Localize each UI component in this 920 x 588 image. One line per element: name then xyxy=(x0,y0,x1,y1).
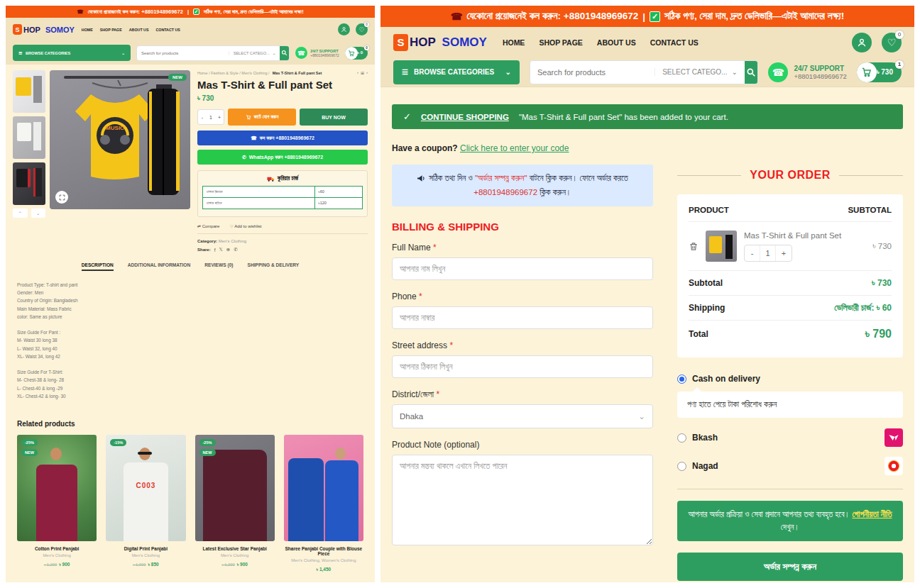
nagad-radio[interactable] xyxy=(677,462,686,471)
wishlist-icon[interactable]: ♡ 0 xyxy=(882,33,902,52)
street-address-field[interactable] xyxy=(392,355,653,378)
grid-icon[interactable]: ⊞ xyxy=(361,70,364,75)
related-product-card[interactable]: C003 -15% Digital Print Panjabi Men's Cl… xyxy=(106,435,185,572)
related-product-card[interactable]: -25% NEW Latest Exclusive Star Panjabi M… xyxy=(195,435,275,572)
screenshot-canvas: ☎ যেকোনো প্রয়োজনেই কল করুন: +8801948969… xyxy=(0,0,920,588)
tab-reviews[interactable]: REVIEWS (0) xyxy=(204,262,233,271)
instruction-phone-link[interactable]: +8801948969672 xyxy=(473,188,537,196)
phone-field[interactable] xyxy=(392,306,653,329)
cod-radio[interactable] xyxy=(677,375,686,384)
next-product-icon[interactable]: › xyxy=(366,70,368,75)
brand-part1: HOP xyxy=(23,26,40,34)
thumb-down-button[interactable]: ⌄ xyxy=(31,209,46,218)
x-icon[interactable]: 𝕏 xyxy=(219,247,223,253)
search-button[interactable] xyxy=(745,60,758,84)
site-header: SHOP SOMOY HOME SHOP PAGE ABOUT US CONTA… xyxy=(6,18,375,41)
related-product-image[interactable] xyxy=(284,435,363,541)
category-value[interactable]: Men's Clothing xyxy=(219,239,247,243)
related-product-name[interactable]: Digital Print Panjabi xyxy=(106,546,185,551)
order-item-price: ৳ 730 xyxy=(872,242,892,251)
category-select[interactable]: SELECT CATEGO...⌄ xyxy=(229,51,280,55)
related-product-image[interactable]: -25% NEW xyxy=(17,435,97,541)
related-product-image[interactable]: C003 -15% xyxy=(106,435,185,541)
shipping-label: Shipping xyxy=(689,303,725,313)
account-icon[interactable] xyxy=(338,23,350,35)
truck-icon xyxy=(267,176,275,182)
search-input[interactable] xyxy=(530,68,655,77)
order-item-row: Mas T-Shirt & Full pant Set - 1 + ৳ 730 xyxy=(689,222,892,271)
nav-home[interactable]: HOME xyxy=(503,38,525,47)
qty-plus-button[interactable]: + xyxy=(776,245,792,261)
district-select[interactable]: Dhaka ⌄ xyxy=(392,404,653,428)
payment-option-cod[interactable]: Cash on delivery xyxy=(677,369,903,389)
coupon-link[interactable]: Click here to enter your code xyxy=(460,143,569,153)
breadcrumb[interactable]: Home / Fashion & Style / Men's Clothing … xyxy=(197,71,270,75)
bkash-radio[interactable] xyxy=(677,433,686,443)
brand-logo[interactable]: SHOP SOMOY xyxy=(13,24,75,35)
nav-about-us[interactable]: ABOUT US xyxy=(129,28,149,32)
call-now-button[interactable]: ☎কল করুন +8801948969672 xyxy=(197,131,368,145)
search-button[interactable] xyxy=(280,45,289,61)
full-name-field[interactable] xyxy=(392,257,653,280)
tab-shipping-delivery[interactable]: SHIPPING & DELIVERY xyxy=(248,262,300,271)
prev-product-icon[interactable]: ‹ xyxy=(357,70,358,75)
continue-shopping-link[interactable]: CONTINUE SHOPPING xyxy=(421,113,509,121)
place-order-button[interactable]: অর্ডার সম্পন্ন করুন xyxy=(677,553,903,581)
add-to-cart-button[interactable]: কার্টে যোগ করুন xyxy=(228,109,296,126)
account-icon[interactable] xyxy=(852,33,872,52)
payment-option-bkash[interactable]: Bkash xyxy=(677,423,903,452)
buy-now-button[interactable]: BUY NOW xyxy=(300,109,368,126)
browse-categories-button[interactable]: ☰ BROWSE CATEGORIES ⌄ xyxy=(13,45,131,61)
whatsapp-order-button[interactable]: ✆WhatsApp করুন +8801948969672 xyxy=(197,150,368,165)
related-product-name[interactable]: Cotton Print Panjabi xyxy=(17,546,97,551)
shop-bag-icon: S xyxy=(393,34,408,51)
whatsapp-share-icon[interactable]: ✆ xyxy=(234,247,237,253)
related-product-card[interactable]: -25% NEW Cotton Print Panjabi Men's Clot… xyxy=(17,435,97,572)
cart-button[interactable]: ৳ 730 1 xyxy=(857,62,902,82)
thumb-up-button[interactable]: ⌃ xyxy=(13,209,28,218)
search-input[interactable] xyxy=(137,51,229,55)
image-zoom-icon[interactable] xyxy=(55,191,68,204)
brand-part2: SOMOY xyxy=(45,26,75,34)
gallery-thumb-3[interactable] xyxy=(13,162,45,205)
support-label: 24/7 SUPPORT xyxy=(794,65,846,72)
pinterest-icon[interactable]: ⊕ xyxy=(226,247,230,253)
gallery-thumb-1[interactable] xyxy=(13,70,45,113)
phone-label: Phone * xyxy=(392,292,653,301)
wishlist-icon[interactable]: ♡ 0 xyxy=(356,23,368,35)
facebook-icon[interactable]: f xyxy=(214,248,216,253)
product-note-field[interactable] xyxy=(392,455,653,545)
order-quantity-stepper: - 1 + xyxy=(744,245,792,262)
tab-description[interactable]: DESCRIPTION xyxy=(82,262,114,271)
related-product-name[interactable]: Sharee Panjabi Couple with Blouse Piece xyxy=(284,546,363,556)
qty-minus-button[interactable]: - xyxy=(198,110,207,124)
cart-button[interactable]: ৳ 0 0 xyxy=(345,47,368,60)
privacy-policy-link[interactable]: গোপনীয়তা নীতি xyxy=(852,510,892,518)
checkout-page: ☎ যেকোনো প্রয়োজনেই কল করুন: +8801948969… xyxy=(380,6,914,582)
remove-item-icon[interactable] xyxy=(689,241,699,252)
product-main-image[interactable]: MUSIC NEW xyxy=(50,70,190,209)
browse-categories-button[interactable]: ☰ BROWSE CATEGORIES ⌄ xyxy=(393,60,520,84)
related-product-image[interactable]: -25% NEW xyxy=(195,435,275,541)
gallery-thumb-2[interactable] xyxy=(13,116,45,159)
nav-about-us[interactable]: ABOUT US xyxy=(597,38,636,47)
related-product-card[interactable]: Sharee Panjabi Couple with Blouse Piece … xyxy=(284,435,363,572)
nav-home[interactable]: HOME xyxy=(82,28,93,32)
category-select[interactable]: SELECT CATEGO...⌄ xyxy=(655,68,745,76)
brand-logo[interactable]: SHOP SOMOY xyxy=(393,34,487,51)
qty-minus-button[interactable]: - xyxy=(745,245,760,261)
whatsapp-icon[interactable]: ☎ xyxy=(295,47,307,59)
cart-icon xyxy=(345,47,358,60)
add-to-wishlist-link[interactable]: ♡ Add to wishlist xyxy=(229,223,261,228)
tab-additional-information[interactable]: ADDITIONAL INFORMATION xyxy=(128,262,190,271)
related-product-name[interactable]: Latest Exclusive Star Panjabi xyxy=(195,546,275,551)
qty-plus-button[interactable]: + xyxy=(215,110,224,124)
old-price: ৳ 1,200 xyxy=(221,562,234,567)
nav-contact-us[interactable]: CONTACT US xyxy=(155,28,180,32)
payment-option-nagad[interactable]: Nagad xyxy=(677,452,903,480)
nav-shop-page[interactable]: SHOP PAGE xyxy=(539,38,582,47)
compare-link[interactable]: ⇄ Compare xyxy=(197,223,219,228)
whatsapp-icon[interactable]: ☎ xyxy=(768,62,788,82)
nav-contact-us[interactable]: CONTACT US xyxy=(650,38,699,47)
nav-shop-page[interactable]: SHOP PAGE xyxy=(100,28,122,32)
